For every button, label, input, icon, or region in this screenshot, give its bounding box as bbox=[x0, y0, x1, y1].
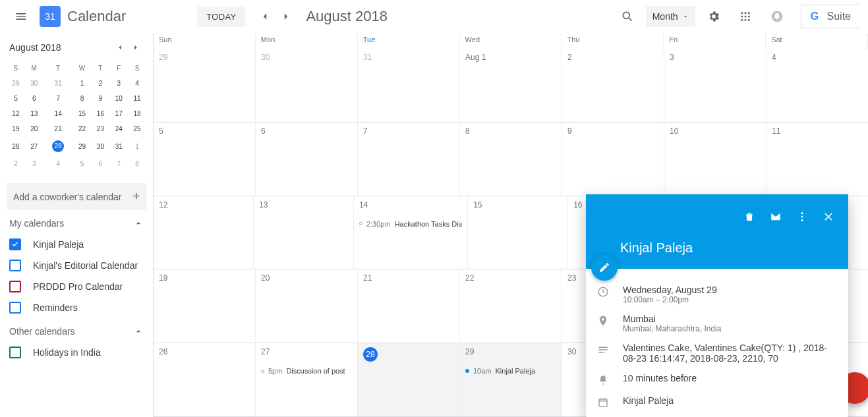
edit-event-button[interactable] bbox=[591, 254, 618, 281]
day-cell[interactable]: 15 bbox=[468, 196, 568, 269]
day-cell[interactable]: 26 bbox=[154, 343, 256, 416]
mini-day-cell[interactable]: 1 bbox=[73, 76, 92, 91]
day-cell[interactable]: 5 bbox=[154, 123, 256, 196]
day-cell[interactable]: 6 bbox=[256, 123, 358, 196]
add-coworker-calendar[interactable]: Add a coworker's calendar + bbox=[7, 183, 146, 210]
day-cell[interactable]: 10 bbox=[664, 123, 767, 196]
calendar-checkbox[interactable] bbox=[9, 302, 21, 314]
mini-day-cell[interactable]: 10 bbox=[109, 91, 128, 106]
mini-day-cell[interactable]: 29 bbox=[73, 136, 92, 156]
day-cell[interactable]: 2 bbox=[562, 49, 664, 122]
day-cell[interactable]: 19 bbox=[154, 269, 256, 343]
day-cell[interactable]: 31 bbox=[358, 49, 460, 122]
calendar-list-item[interactable]: PRDDD Pro Calendar bbox=[7, 276, 146, 297]
calendar-checkbox[interactable] bbox=[9, 347, 21, 358]
mini-day-cell[interactable]: 27 bbox=[25, 136, 43, 156]
event-chip[interactable]: 2:30pmHackathon Tasks Dis bbox=[359, 220, 462, 228]
day-cell[interactable]: 21 bbox=[358, 269, 460, 343]
calendar-checkbox[interactable] bbox=[9, 260, 21, 271]
prev-period-button[interactable] bbox=[254, 6, 275, 27]
mini-day-cell[interactable]: 12 bbox=[7, 106, 25, 121]
mini-day-cell[interactable]: 9 bbox=[92, 91, 110, 106]
mini-day-cell[interactable]: 8 bbox=[128, 156, 146, 171]
mini-day-cell[interactable]: 4 bbox=[43, 156, 73, 171]
mini-day-cell[interactable]: 31 bbox=[43, 76, 73, 91]
day-cell[interactable]: 12 bbox=[154, 196, 254, 269]
day-cell[interactable]: 8 bbox=[460, 123, 562, 196]
mini-day-cell[interactable]: 31 bbox=[109, 136, 128, 156]
mini-day-cell[interactable]: 28 bbox=[43, 136, 73, 156]
mini-day-cell[interactable]: 4 bbox=[128, 76, 146, 91]
day-cell[interactable]: 3 bbox=[664, 49, 767, 122]
mini-day-cell[interactable]: 1 bbox=[128, 136, 146, 156]
day-cell[interactable]: 28 bbox=[358, 343, 460, 416]
today-button[interactable]: TODAY bbox=[197, 7, 245, 27]
mini-day-cell[interactable]: 20 bbox=[25, 121, 43, 136]
mini-day-cell[interactable]: 11 bbox=[128, 91, 146, 106]
mini-day-cell[interactable]: 22 bbox=[73, 121, 92, 136]
calendar-list-item[interactable]: Reminders bbox=[7, 297, 146, 318]
gsuite-logo[interactable]: G Suite bbox=[801, 5, 860, 28]
day-cell[interactable]: 20 bbox=[256, 269, 358, 343]
day-cell[interactable]: 29 bbox=[154, 49, 256, 122]
mini-day-cell[interactable]: 19 bbox=[7, 121, 25, 136]
other-calendars-header[interactable]: Other calendars bbox=[7, 318, 146, 342]
mini-day-cell[interactable]: 6 bbox=[25, 91, 43, 106]
settings-button[interactable] bbox=[701, 3, 727, 30]
search-button[interactable] bbox=[614, 3, 641, 30]
mini-day-cell[interactable]: 5 bbox=[73, 156, 92, 171]
event-chip[interactable]: 10amKinjal Paleja bbox=[465, 367, 556, 375]
calendar-list-item[interactable]: Kinjal Paleja bbox=[7, 234, 146, 255]
mini-day-cell[interactable]: 3 bbox=[109, 76, 128, 91]
mini-day-cell[interactable]: 16 bbox=[92, 106, 110, 121]
mini-next-button[interactable] bbox=[128, 40, 144, 55]
more-options-button[interactable] bbox=[790, 205, 814, 229]
mini-day-cell[interactable]: 30 bbox=[25, 76, 43, 91]
mini-day-cell[interactable]: 7 bbox=[109, 156, 128, 171]
day-cell[interactable]: 275pmDiscussion of post bbox=[256, 343, 358, 416]
mini-day-cell[interactable]: 18 bbox=[128, 106, 146, 121]
mini-day-cell[interactable]: 5 bbox=[7, 91, 25, 106]
day-cell[interactable]: Aug 1 bbox=[460, 49, 562, 122]
mini-day-cell[interactable]: 24 bbox=[109, 121, 128, 136]
mini-day-cell[interactable]: 25 bbox=[128, 121, 146, 136]
day-cell[interactable]: 30 bbox=[256, 49, 358, 122]
delete-event-button[interactable] bbox=[738, 205, 761, 229]
apps-launcher-button[interactable] bbox=[732, 3, 759, 30]
menu-button[interactable] bbox=[8, 3, 34, 30]
mini-day-cell[interactable]: 17 bbox=[109, 106, 128, 121]
day-cell[interactable]: 142:30pmHackathon Tasks Dis bbox=[354, 196, 468, 269]
day-cell[interactable]: 2910amKinjal Paleja bbox=[460, 343, 562, 416]
mini-day-cell[interactable]: 2 bbox=[7, 156, 25, 171]
calendar-checkbox[interactable] bbox=[9, 281, 21, 292]
day-cell[interactable]: 9 bbox=[562, 123, 664, 196]
calendar-list-item[interactable]: Kinjal's Editorial Calendar bbox=[7, 255, 146, 276]
mini-day-cell[interactable]: 26 bbox=[7, 136, 25, 156]
day-cell[interactable]: 22 bbox=[460, 269, 562, 343]
mini-day-cell[interactable]: 21 bbox=[43, 121, 73, 136]
mini-day-cell[interactable]: 29 bbox=[7, 76, 25, 91]
mini-day-cell[interactable]: 15 bbox=[73, 106, 92, 121]
notifications-button[interactable] bbox=[764, 3, 790, 30]
mini-day-cell[interactable]: 7 bbox=[43, 91, 73, 106]
add-calendar-plus-icon[interactable]: + bbox=[132, 190, 140, 204]
mini-day-cell[interactable]: 30 bbox=[92, 136, 110, 156]
mini-day-cell[interactable]: 3 bbox=[25, 156, 43, 171]
day-cell[interactable]: 7 bbox=[358, 123, 460, 196]
mini-day-cell[interactable]: 23 bbox=[92, 121, 110, 136]
calendar-list-item[interactable]: Holidays in India bbox=[7, 342, 146, 363]
next-period-button[interactable] bbox=[275, 6, 297, 27]
close-popup-button[interactable] bbox=[817, 205, 840, 229]
mini-day-cell[interactable]: 8 bbox=[73, 91, 92, 106]
email-guests-button[interactable] bbox=[764, 205, 788, 229]
mini-day-cell[interactable]: 13 bbox=[25, 106, 43, 121]
mini-day-cell[interactable]: 6 bbox=[92, 156, 110, 171]
day-cell[interactable]: 4 bbox=[767, 49, 868, 122]
mini-prev-button[interactable] bbox=[112, 40, 128, 55]
event-chip[interactable]: 5pmDiscussion of post bbox=[261, 367, 352, 375]
mini-day-cell[interactable]: 2 bbox=[92, 76, 110, 91]
mini-day-cell[interactable]: 14 bbox=[43, 106, 73, 121]
calendar-checkbox[interactable] bbox=[9, 238, 21, 250]
day-cell[interactable]: 13 bbox=[254, 196, 354, 269]
my-calendars-header[interactable]: My calendars bbox=[7, 210, 146, 234]
